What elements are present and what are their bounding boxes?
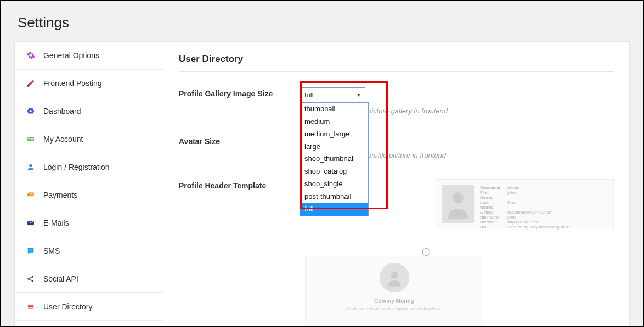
svg-point-10	[31, 250, 32, 251]
svg-point-17	[453, 192, 464, 203]
chevron-down-icon: ▼	[356, 92, 361, 98]
sidebar-item-frontend-posting[interactable]: Frontend Posting	[15, 70, 163, 97]
sidebar-item-label: General Options	[43, 51, 99, 60]
speedometer-icon	[25, 106, 37, 116]
sidebar-item-label: Login / Registration	[43, 163, 110, 171]
label-profile-header-template: Profile Header Template	[179, 179, 300, 190]
sidebar-item-label: Frontend Posting	[43, 79, 102, 88]
template-avatar-placeholder	[442, 185, 474, 223]
share-icon	[25, 274, 37, 284]
svg-rect-2	[31, 138, 33, 139]
sidebar-item-general-options[interactable]: General Options	[15, 42, 163, 70]
option-thumbnail[interactable]: thumbnail	[300, 103, 368, 116]
sidebar-item-payments[interactable]: Payments	[15, 181, 163, 209]
template2-avatar-placeholder	[380, 263, 409, 292]
sidebar-item-label: Social API	[43, 274, 78, 283]
envelope-icon	[25, 218, 37, 228]
option-medium[interactable]: medium	[300, 116, 368, 128]
main-panel: User Directory Profile Gallery Image Siz…	[163, 41, 630, 327]
option-large[interactable]: large	[300, 141, 368, 153]
sidebar-item-user-directory[interactable]: User Directory	[15, 293, 163, 321]
money-icon	[25, 190, 37, 200]
option-post-thumbnail[interactable]: post-thumbnail	[300, 191, 368, 203]
help-text-gallery: picture gallery in frontend	[368, 107, 614, 115]
svg-point-9	[30, 250, 31, 251]
option-shop-thumbnail[interactable]: shop_thumbnail	[300, 153, 368, 165]
sidebar-item-label: My Account	[43, 135, 83, 144]
sidebar-item-login-registration[interactable]: Login / Registration	[15, 153, 163, 181]
user-icon	[25, 162, 37, 172]
svg-rect-14	[28, 305, 34, 306]
sidebar-item-social-api[interactable]: Social API	[15, 265, 163, 293]
template2-desc: Continually implement progressive relati…	[306, 306, 483, 311]
svg-point-7	[31, 193, 32, 194]
chat-bubble-icon	[25, 246, 37, 256]
sidebar-item-emails[interactable]: E-Mails	[15, 209, 163, 237]
sidebar-item-sms[interactable]: SMS	[15, 237, 163, 265]
sidebar: General Options Frontend Posting Dashboa…	[14, 41, 163, 327]
svg-rect-1	[28, 138, 30, 139]
option-full[interactable]: full	[300, 203, 368, 216]
help-text-avatar: profile picture in frontend	[368, 151, 614, 159]
svg-rect-16	[28, 308, 34, 309]
radio-template-2[interactable]	[422, 248, 430, 256]
gear-icon	[25, 50, 37, 60]
select-value: full	[304, 91, 314, 99]
pencil-icon	[25, 78, 37, 88]
sidebar-item-my-account[interactable]: My Account	[15, 125, 163, 153]
svg-rect-15	[28, 306, 34, 307]
sidebar-item-dashboard[interactable]: Dashboard	[15, 97, 163, 125]
svg-rect-3	[31, 139, 33, 140]
select-profile-gallery-image-size[interactable]: full ▼	[300, 87, 365, 102]
sidebar-item-label: User Directory	[43, 302, 92, 311]
sidebar-item-label: E-Mails	[43, 219, 69, 227]
sidebar-item-label: SMS	[43, 246, 60, 255]
template2-name: Commy Moring	[306, 298, 483, 304]
dropdown-profile-gallery-image-size[interactable]: thumbnail medium medium_large large shop…	[300, 102, 369, 216]
sidebar-item-label: Payments	[43, 191, 77, 199]
sidebar-item-label: Dashboard	[43, 107, 81, 116]
option-shop-single[interactable]: shop_single	[300, 178, 368, 191]
label-profile-gallery-image-size: Profile Gallery Image Size	[179, 87, 300, 98]
option-shop-catalog[interactable]: shop_catalog	[300, 165, 368, 178]
template-preview-2[interactable]: Commy Moring Continually implement progr…	[305, 256, 483, 327]
svg-point-4	[29, 164, 32, 167]
label-avatar-size: Avatar Size	[179, 135, 300, 146]
svg-point-8	[29, 250, 30, 251]
template-preview-1[interactable]: Username:admin First Name:john Last Name…	[436, 179, 614, 228]
svg-point-18	[391, 271, 398, 278]
id-card-icon	[25, 134, 37, 144]
template-info-list: Username:admin First Name:john Last Name…	[480, 185, 608, 222]
page-title: Settings	[1, 1, 643, 41]
list-icon	[25, 302, 37, 312]
section-title: User Directory	[179, 54, 614, 72]
option-medium-large[interactable]: medium_large	[300, 128, 368, 141]
